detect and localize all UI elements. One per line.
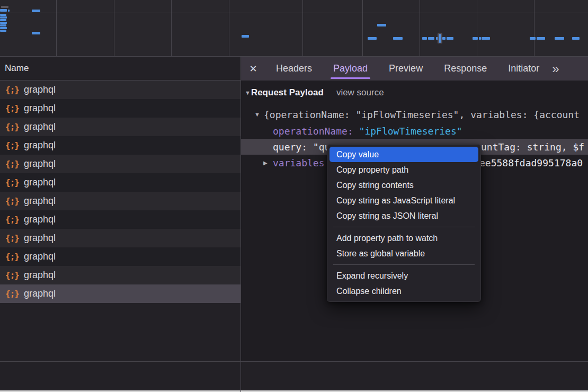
view-source-link[interactable]: view source: [336, 87, 384, 98]
request-row[interactable]: {;}graphql: [0, 155, 240, 173]
context-menu-item-collapse-children[interactable]: Collapse children: [329, 283, 478, 299]
request-row[interactable]: {;}graphql: [0, 266, 240, 284]
request-name-label: graphql: [24, 121, 56, 132]
section-collapse-icon[interactable]: ▼: [245, 90, 251, 96]
network-request-bar: [572, 37, 580, 40]
network-request-bar: [1, 6, 8, 8]
network-request-bar: [0, 14, 6, 16]
network-request-bar: [473, 37, 478, 40]
network-request-bar: [479, 37, 481, 40]
json-request-icon: {;}: [5, 103, 19, 113]
request-list: {;}graphql{;}graphql{;}graphql{;}graphql…: [0, 81, 240, 303]
context-menu-item-store-as-global-variable[interactable]: Store as global variable: [329, 246, 478, 261]
tab-response[interactable]: Response: [433, 57, 497, 81]
menu-divider: [333, 227, 475, 227]
payload-root-row[interactable]: ▼ {operationName: "ipFlowTimeseries", va…: [241, 106, 588, 122]
tab-payload[interactable]: Payload: [323, 57, 378, 81]
request-payload-section: ▼ Request Payload view source: [245, 87, 384, 98]
tab-initiator[interactable]: Initiator: [497, 57, 550, 81]
json-request-icon: {;}: [5, 140, 19, 150]
overview-gridline: [362, 0, 363, 56]
request-row[interactable]: {;}graphql: [0, 99, 240, 118]
network-request-bar: [530, 37, 536, 40]
more-tabs-icon[interactable]: »: [552, 63, 559, 75]
request-row[interactable]: {;}graphql: [0, 192, 240, 210]
json-request-icon: {;}: [5, 122, 19, 132]
overview-gridline: [420, 0, 420, 56]
context-menu-item-copy-value[interactable]: Copy value: [329, 147, 478, 162]
request-row[interactable]: {;}graphql: [0, 247, 240, 266]
main-split: Name {;}graphql{;}graphql{;}graphql{;}gr…: [0, 57, 588, 361]
context-menu-item-expand-recursively[interactable]: Expand recursively: [329, 268, 478, 283]
query-value-fragment: untTag: string, $f: [481, 139, 584, 155]
property-key: variables: [273, 157, 325, 168]
tab-headers[interactable]: Headers: [265, 57, 323, 81]
payload-section-title: Request Payload: [251, 87, 324, 98]
network-request-bar: [447, 37, 453, 40]
context-menu-item-add-property-path-to-watch[interactable]: Add property path to watch: [329, 230, 478, 246]
overview-gridline: [534, 0, 534, 56]
context-menu-item-copy-string-as-json-literal[interactable]: Copy string as JSON literal: [329, 208, 478, 224]
network-request-bar: [242, 35, 249, 38]
request-row[interactable]: {;}graphql: [0, 210, 240, 229]
network-request-bar: [0, 9, 7, 12]
network-request-bar: [0, 27, 7, 29]
payload-root-preview: {operationName: "ipFlowTimeseries", vari…: [264, 109, 580, 120]
overview-gridline: [229, 0, 229, 56]
overview-gridline: [56, 0, 57, 56]
network-request-bar: [422, 37, 427, 40]
network-request-bar: [0, 19, 6, 21]
tabs-container: HeadersPayloadPreviewResponseInitiator: [265, 57, 550, 81]
request-name-label: graphql: [24, 103, 56, 114]
json-request-icon: {;}: [5, 177, 19, 188]
request-row[interactable]: {;}graphql: [0, 284, 240, 303]
footer-divider: [0, 361, 588, 362]
request-row[interactable]: {;}graphql: [0, 136, 240, 155]
payload-row-operation-name[interactable]: operationName: "ipFlowTimeseries": [241, 123, 588, 139]
network-request-bar: [393, 37, 403, 40]
overview-gridline: [114, 0, 114, 56]
pane-divider[interactable]: [240, 57, 241, 392]
network-request-bar: [377, 24, 386, 26]
request-name-label: graphql: [24, 84, 56, 95]
request-list-pane: Name {;}graphql{;}graphql{;}graphql{;}gr…: [0, 57, 240, 361]
close-icon[interactable]: ✕: [241, 63, 265, 75]
request-row[interactable]: {;}graphql: [0, 81, 240, 99]
expand-triangle-icon[interactable]: ▼: [254, 111, 264, 118]
json-request-icon: {;}: [5, 270, 19, 280]
request-name-label: graphql: [24, 158, 56, 170]
network-overview-timeline[interactable]: [0, 0, 588, 57]
request-name-label: graphql: [24, 177, 56, 188]
collapsed-triangle-icon[interactable]: ▶: [263, 160, 273, 166]
json-request-icon: {;}: [5, 252, 19, 262]
json-request-icon: {;}: [5, 289, 19, 299]
network-request-bar: [0, 24, 6, 26]
network-request-bar: [442, 37, 446, 40]
network-request-bar: [32, 32, 40, 34]
context-menu-item-copy-property-path[interactable]: Copy property path: [329, 162, 478, 177]
network-request-bar: [537, 37, 545, 40]
request-name-label: graphql: [24, 270, 56, 281]
request-name-label: graphql: [24, 251, 56, 262]
request-name-label: graphql: [24, 195, 56, 207]
column-header-name[interactable]: Name: [0, 57, 240, 81]
request-row[interactable]: {;}graphql: [0, 173, 240, 192]
network-request-bar: [0, 22, 7, 24]
network-request-bar: [368, 37, 377, 40]
json-request-icon: {;}: [5, 85, 19, 95]
property-value: "ipFlowTimeseries": [353, 126, 462, 137]
property-key-value: query: "qu: [273, 141, 330, 153]
variables-value-fragment: ee5588fdad995178a0: [479, 155, 583, 171]
overview-baseline: [0, 13, 588, 13]
context-menu-item-copy-string-as-javascript-literal[interactable]: Copy string as JavaScript literal: [329, 193, 478, 208]
request-row[interactable]: {;}graphql: [0, 118, 240, 136]
context-menu: Copy valueCopy property pathCopy string …: [327, 144, 481, 302]
request-name-label: graphql: [24, 140, 56, 151]
context-menu-item-copy-string-contents[interactable]: Copy string contents: [329, 177, 478, 193]
overview-gridline: [171, 0, 172, 56]
network-request-bar: [555, 37, 564, 40]
request-name-label: graphql: [24, 214, 56, 225]
network-request-bar: [8, 10, 10, 12]
tab-preview[interactable]: Preview: [378, 57, 433, 81]
request-row[interactable]: {;}graphql: [0, 229, 240, 247]
